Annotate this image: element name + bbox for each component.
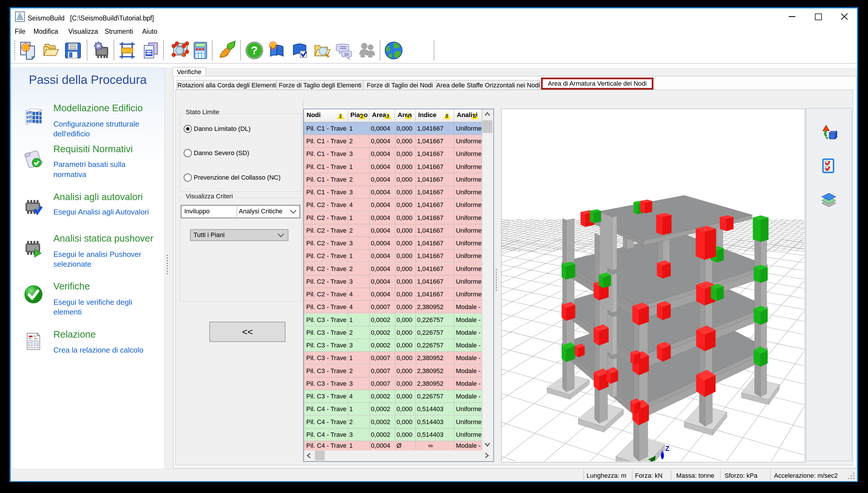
- svg-text:?: ?: [251, 44, 258, 57]
- svg-text:Z: Z: [665, 445, 669, 452]
